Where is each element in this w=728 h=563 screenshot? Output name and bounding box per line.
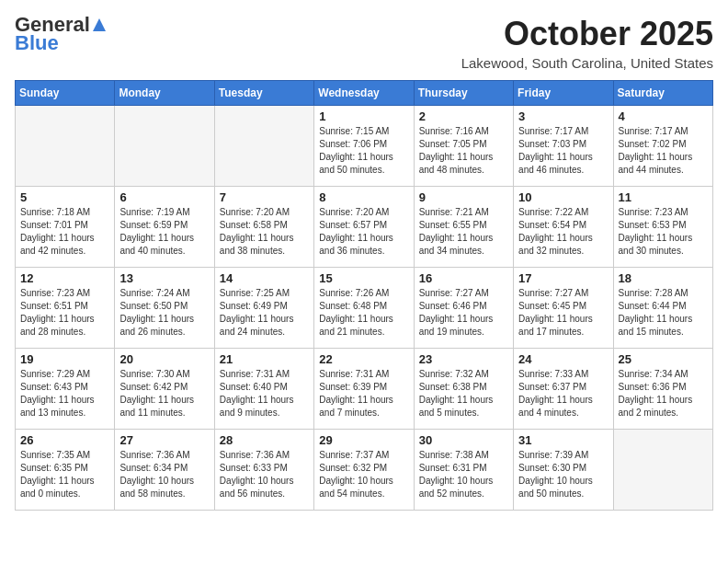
calendar-cell: 17Sunrise: 7:27 AM Sunset: 6:45 PM Dayli… [514,268,613,349]
calendar-cell: 2Sunrise: 7:16 AM Sunset: 7:05 PM Daylig… [414,106,513,187]
day-info: Sunrise: 7:24 AM Sunset: 6:50 PM Dayligh… [119,287,209,339]
day-number: 25 [619,352,708,366]
calendar-cell: 28Sunrise: 7:36 AM Sunset: 6:33 PM Dayli… [214,430,313,511]
day-number: 6 [119,190,209,204]
day-info: Sunrise: 7:36 AM Sunset: 6:34 PM Dayligh… [119,449,209,500]
day-info: Sunrise: 7:21 AM Sunset: 6:55 PM Dayligh… [419,206,508,258]
calendar-cell [115,106,214,187]
calendar-cell [16,106,115,187]
day-info: Sunrise: 7:27 AM Sunset: 6:46 PM Dayligh… [419,287,508,339]
day-info: Sunrise: 7:31 AM Sunset: 6:39 PM Dayligh… [319,368,408,419]
day-info: Sunrise: 7:32 AM Sunset: 6:38 PM Dayligh… [419,368,508,419]
calendar-cell: 13Sunrise: 7:24 AM Sunset: 6:50 PM Dayli… [115,268,214,349]
calendar-cell: 10Sunrise: 7:22 AM Sunset: 6:54 PM Dayli… [514,187,613,268]
weekday-header-thursday: Thursday [414,81,513,106]
day-info: Sunrise: 7:16 AM Sunset: 7:05 PM Dayligh… [419,125,508,177]
calendar-cell: 26Sunrise: 7:35 AM Sunset: 6:35 PM Dayli… [16,430,115,511]
day-info: Sunrise: 7:34 AM Sunset: 6:36 PM Dayligh… [619,368,708,419]
svg-marker-0 [93,18,106,31]
day-number: 27 [119,433,209,447]
calendar-cell: 9Sunrise: 7:21 AM Sunset: 6:55 PM Daylig… [414,187,513,268]
day-number: 20 [119,352,209,366]
day-number: 14 [220,271,309,285]
day-info: Sunrise: 7:15 AM Sunset: 7:06 PM Dayligh… [319,125,408,177]
calendar-cell: 15Sunrise: 7:26 AM Sunset: 6:48 PM Dayli… [314,268,414,349]
day-info: Sunrise: 7:23 AM Sunset: 6:53 PM Dayligh… [619,206,708,258]
day-info: Sunrise: 7:37 AM Sunset: 6:32 PM Dayligh… [319,449,408,500]
day-number: 21 [220,352,309,366]
calendar-cell: 4Sunrise: 7:17 AM Sunset: 7:02 PM Daylig… [613,106,712,187]
day-info: Sunrise: 7:29 AM Sunset: 6:43 PM Dayligh… [20,368,109,419]
day-number: 2 [419,109,508,123]
calendar-cell: 25Sunrise: 7:34 AM Sunset: 6:36 PM Dayli… [613,349,712,430]
day-number: 29 [319,433,408,447]
day-info: Sunrise: 7:25 AM Sunset: 6:49 PM Dayligh… [220,287,309,339]
day-info: Sunrise: 7:38 AM Sunset: 6:31 PM Dayligh… [419,449,508,500]
calendar-cell: 29Sunrise: 7:37 AM Sunset: 6:32 PM Dayli… [314,430,414,511]
calendar-cell: 21Sunrise: 7:31 AM Sunset: 6:40 PM Dayli… [214,349,313,430]
calendar-cell: 19Sunrise: 7:29 AM Sunset: 6:43 PM Dayli… [16,349,115,430]
day-number: 31 [518,433,608,447]
day-info: Sunrise: 7:22 AM Sunset: 6:54 PM Dayligh… [518,206,608,258]
calendar-cell [214,106,313,187]
day-number: 19 [20,352,109,366]
calendar-cell: 3Sunrise: 7:17 AM Sunset: 7:03 PM Daylig… [514,106,613,187]
day-number: 15 [319,271,408,285]
calendar-cell: 11Sunrise: 7:23 AM Sunset: 6:53 PM Dayli… [613,187,712,268]
day-info: Sunrise: 7:35 AM Sunset: 6:35 PM Dayligh… [20,449,109,500]
day-number: 11 [619,190,708,204]
month-title: October 2025 [461,15,713,53]
page-header: General Blue October 2025 Lakewood, Sout… [15,15,713,71]
day-info: Sunrise: 7:39 AM Sunset: 6:30 PM Dayligh… [518,449,608,500]
weekday-header-friday: Friday [514,81,613,106]
weekday-header-tuesday: Tuesday [214,81,313,106]
calendar-cell: 1Sunrise: 7:15 AM Sunset: 7:06 PM Daylig… [314,106,414,187]
calendar-cell [613,430,712,511]
calendar-cell: 24Sunrise: 7:33 AM Sunset: 6:37 PM Dayli… [514,349,613,430]
day-info: Sunrise: 7:19 AM Sunset: 6:59 PM Dayligh… [119,206,209,258]
day-info: Sunrise: 7:26 AM Sunset: 6:48 PM Dayligh… [319,287,408,339]
day-number: 17 [518,271,608,285]
weekday-header-monday: Monday [115,81,214,106]
day-info: Sunrise: 7:20 AM Sunset: 6:57 PM Dayligh… [319,206,408,258]
day-info: Sunrise: 7:17 AM Sunset: 7:03 PM Dayligh… [518,125,608,177]
day-info: Sunrise: 7:20 AM Sunset: 6:58 PM Dayligh… [220,206,309,258]
day-number: 4 [619,109,708,123]
day-info: Sunrise: 7:28 AM Sunset: 6:44 PM Dayligh… [619,287,708,339]
day-info: Sunrise: 7:30 AM Sunset: 6:42 PM Dayligh… [119,368,209,419]
day-number: 28 [220,433,309,447]
day-number: 1 [319,109,408,123]
day-number: 16 [419,271,508,285]
weekday-header-sunday: Sunday [16,81,115,106]
calendar-cell: 30Sunrise: 7:38 AM Sunset: 6:31 PM Dayli… [414,430,513,511]
day-info: Sunrise: 7:31 AM Sunset: 6:40 PM Dayligh… [220,368,309,419]
day-info: Sunrise: 7:27 AM Sunset: 6:45 PM Dayligh… [518,287,608,339]
day-number: 22 [319,352,408,366]
calendar-cell: 22Sunrise: 7:31 AM Sunset: 6:39 PM Dayli… [314,349,414,430]
day-number: 9 [419,190,508,204]
calendar-cell: 18Sunrise: 7:28 AM Sunset: 6:44 PM Dayli… [613,268,712,349]
day-number: 23 [419,352,508,366]
day-info: Sunrise: 7:23 AM Sunset: 6:51 PM Dayligh… [20,287,109,339]
day-info: Sunrise: 7:33 AM Sunset: 6:37 PM Dayligh… [518,368,608,419]
calendar-cell: 6Sunrise: 7:19 AM Sunset: 6:59 PM Daylig… [115,187,214,268]
day-number: 26 [20,433,109,447]
day-info: Sunrise: 7:17 AM Sunset: 7:02 PM Dayligh… [619,125,708,177]
calendar-cell: 31Sunrise: 7:39 AM Sunset: 6:30 PM Dayli… [514,430,613,511]
day-number: 10 [518,190,608,204]
calendar-cell: 14Sunrise: 7:25 AM Sunset: 6:49 PM Dayli… [214,268,313,349]
title-section: October 2025 Lakewood, South Carolina, U… [461,15,713,71]
day-number: 13 [119,271,209,285]
calendar-cell: 12Sunrise: 7:23 AM Sunset: 6:51 PM Dayli… [16,268,115,349]
day-number: 12 [20,271,109,285]
calendar-cell: 5Sunrise: 7:18 AM Sunset: 7:01 PM Daylig… [16,187,115,268]
day-number: 24 [518,352,608,366]
day-number: 3 [518,109,608,123]
day-number: 7 [220,190,309,204]
day-number: 5 [20,190,109,204]
calendar-cell: 27Sunrise: 7:36 AM Sunset: 6:34 PM Dayli… [115,430,214,511]
logo-blue-text: Blue [15,31,59,55]
weekday-header-wednesday: Wednesday [314,81,414,106]
logo: General Blue [15,15,108,55]
calendar-cell: 7Sunrise: 7:20 AM Sunset: 6:58 PM Daylig… [214,187,313,268]
